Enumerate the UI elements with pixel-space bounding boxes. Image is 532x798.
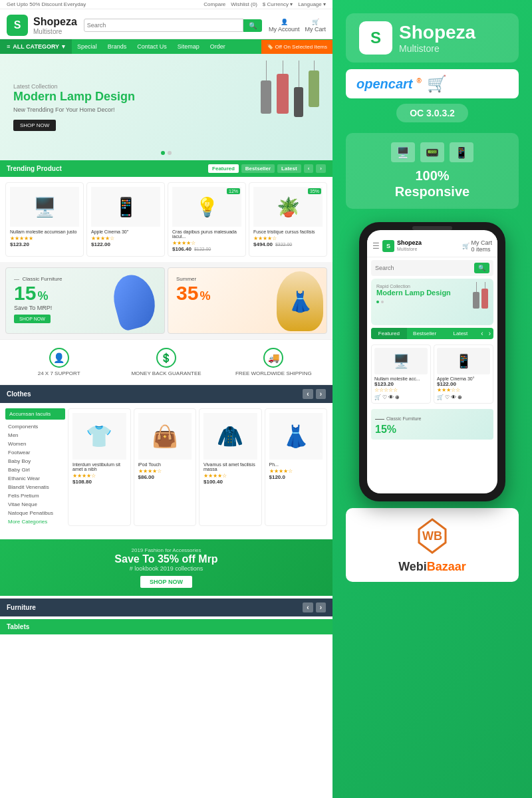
sidebar-more[interactable]: More Categories: [5, 517, 65, 526]
desktop-icon: 🖥️: [391, 142, 415, 162]
lamp-3: [294, 61, 303, 117]
prev-btn[interactable]: ‹: [304, 164, 314, 173]
phone-search[interactable]: 🔍: [371, 260, 493, 276]
logo-text: Shopeza Multistore: [33, 16, 77, 35]
phone-product-2: 📱 Apple Cinema 30° $122.00 ★★★☆☆ 🛒 ♡ 👁 ⊕: [434, 344, 493, 404]
all-category-btn[interactable]: ≡ ALL CATEGORY ▾: [0, 39, 72, 54]
tablet-icon: 📟: [420, 142, 444, 162]
top-wishlist[interactable]: Wishlist (0): [231, 1, 257, 7]
furniture-next[interactable]: ›: [316, 602, 326, 612]
nav-sitemap[interactable]: Sitemap: [172, 39, 205, 54]
phone-tab-next[interactable]: ›: [486, 328, 493, 339]
furniture-header: Furniture ‹ ›: [0, 598, 332, 616]
nav-items: Special Brands Contact Us Sitemap Order: [72, 39, 261, 54]
hero-dots: [161, 151, 172, 155]
phone-hero-title: Modern Lamp Design: [376, 289, 488, 297]
phone-header: ☰ S Shopeza Multistore 🛒 My Cart 0 items: [367, 235, 497, 257]
phone-compare-1[interactable]: ⊕: [395, 394, 400, 400]
phone-dot-2[interactable]: [381, 301, 384, 303]
tab-bestseller[interactable]: Bestseller: [241, 164, 275, 173]
sidebar-blandit[interactable]: Blandit Venenatis: [5, 483, 65, 491]
phone-wishlist-1[interactable]: ♡: [382, 394, 387, 400]
sidebar-footwear[interactable]: Footwear: [5, 448, 65, 457]
phone-logo-icon: S: [382, 240, 394, 252]
search-input[interactable]: [84, 19, 243, 32]
phone-compare-2[interactable]: ⊕: [458, 394, 462, 400]
sidebar-natoque[interactable]: Natoque Penatibus: [5, 509, 65, 517]
site-header: S Shopeza Multistore 🔍 👤 My Account 🛒 My…: [0, 9, 332, 39]
website-preview: Get Upto 50% Discount Everyday Compare W…: [0, 0, 332, 798]
sidebar-vitae[interactable]: Vitae Neque: [5, 500, 65, 509]
furniture-title: Furniture: [7, 604, 36, 611]
phone-wishlist-2[interactable]: ♡: [445, 394, 450, 400]
top-currency[interactable]: $ Currency ▾: [263, 1, 293, 7]
my-cart[interactable]: 🛒 My Cart: [305, 19, 327, 33]
search-button[interactable]: 🔍: [243, 19, 262, 32]
hero-title: Modern Lamp Design: [13, 90, 135, 104]
phone-tab-bestseller[interactable]: Bestseller: [407, 328, 443, 339]
clothes-sidebar: Accumsan Iaculis Components Men Women Fo…: [5, 408, 65, 526]
top-compare[interactable]: Compare: [203, 1, 225, 7]
sidebar-components[interactable]: Components: [5, 422, 65, 431]
webibazaar-text: WebiBazaar: [398, 560, 466, 574]
phone-view-2[interactable]: 👁: [451, 394, 456, 400]
search-bar[interactable]: 🔍: [84, 19, 262, 32]
account-label: My Account: [269, 26, 300, 33]
phone-hero-sub: Rapid Collection: [376, 284, 488, 289]
phone-tab-latest[interactable]: Latest: [443, 328, 479, 339]
hero-lamps: [261, 61, 319, 117]
phone-tab-featured[interactable]: Featured: [371, 328, 407, 339]
promo-summer-percent: 35: [176, 282, 198, 305]
sidebar-ethanic[interactable]: Ethanic Wear: [5, 474, 65, 483]
sidebar-felis[interactable]: Felis Pretium: [5, 491, 65, 500]
tab-featured[interactable]: Featured: [208, 164, 239, 173]
phone-dot-1[interactable]: [376, 301, 379, 303]
webibazaar-icon: WB: [412, 516, 452, 556]
bottom-promo-cta[interactable]: SHOP NOW: [140, 576, 192, 588]
phone-search-button[interactable]: 🔍: [474, 263, 489, 273]
clothes-name-3: Vivamus sit amet facilisis massa: [203, 462, 257, 471]
phone-view-1[interactable]: 👁: [388, 394, 394, 400]
product-price-2: $122.00: [91, 241, 160, 247]
sidebar-women[interactable]: Women: [5, 440, 65, 448]
phone-search-input[interactable]: [375, 265, 474, 271]
phone-hero-text: Rapid Collection Modern Lamp Design: [376, 284, 488, 297]
lamp-cord-1: [266, 61, 267, 80]
opencart-cart-icon: 🛒: [427, 74, 447, 93]
nav-contact[interactable]: Contact Us: [132, 39, 172, 54]
sidebar-baby-boy[interactable]: Baby Boy: [5, 457, 65, 466]
dot-1[interactable]: [161, 151, 165, 155]
sidebar-men[interactable]: Men: [5, 431, 65, 440]
clothes-prev[interactable]: ‹: [303, 389, 313, 399]
top-language[interactable]: Language ▾: [298, 1, 326, 7]
nav-order[interactable]: Order: [205, 39, 231, 54]
phone-cart-add-1[interactable]: 🛒: [374, 394, 381, 400]
furniture-prev[interactable]: ‹: [303, 602, 313, 612]
lamp-body-1: [261, 80, 271, 114]
clothes-next[interactable]: ›: [316, 389, 326, 399]
my-account[interactable]: 👤 My Account: [269, 19, 300, 33]
phone-tab-prev[interactable]: ‹: [478, 328, 485, 339]
guarantee-icon: 💲: [156, 348, 176, 368]
brand-sub: Multistore: [33, 28, 77, 35]
bottom-promo-title: Save To 35% off Mrp: [8, 553, 325, 565]
dot-2[interactable]: [168, 151, 172, 155]
hero-text: Latest Collection Modern Lamp Design New…: [13, 83, 135, 132]
brand-name: Shopeza: [33, 16, 77, 28]
product-img-4: 35% 🪴: [253, 187, 323, 227]
promo-furniture-cta[interactable]: SHOP NOW: [14, 315, 51, 323]
hero-cta[interactable]: SHOP NOW: [13, 120, 56, 131]
tab-latest[interactable]: Latest: [277, 164, 301, 173]
nav-special[interactable]: Special: [72, 39, 102, 54]
phone-cart-add-2[interactable]: 🛒: [437, 394, 444, 400]
sidebar-baby-girl[interactable]: Baby Girl: [5, 466, 65, 474]
product-price-1: $123.20: [10, 241, 79, 247]
phone-brand: Shopeza: [397, 240, 422, 247]
nav-brands[interactable]: Brands: [102, 39, 132, 54]
promo-summer: Summer 35 % 👗: [168, 267, 327, 334]
phone-product-price-2: $122.00: [437, 381, 490, 387]
logo-area: S Shopeza Multistore: [7, 15, 77, 36]
next-btn[interactable]: ›: [316, 164, 326, 173]
phone-logo-text: Shopeza Multistore: [397, 240, 422, 252]
phone-product-1: 🖥️ Nullam molestie acc... $123.20 ☆☆☆☆☆ …: [371, 344, 431, 404]
